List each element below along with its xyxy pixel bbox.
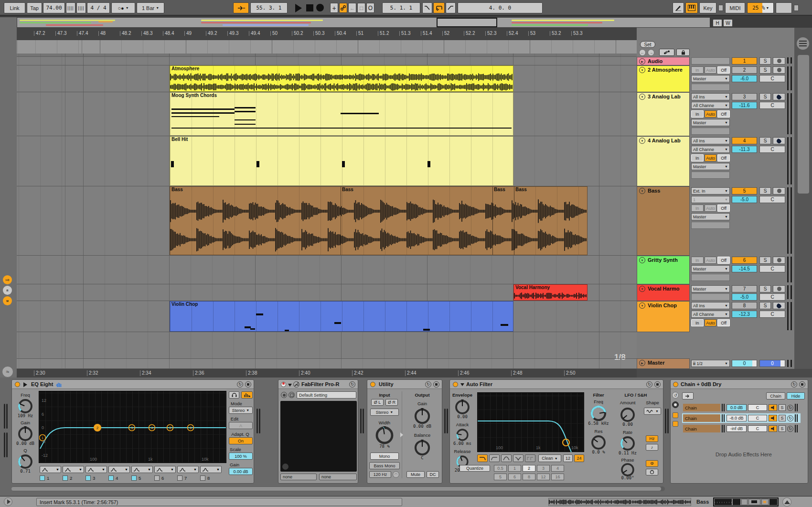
save-preset-icon[interactable] <box>799 381 805 388</box>
track-lane-analog3[interactable]: Moog Synth Chords <box>17 92 637 136</box>
quantize-value-button[interactable]: 6 <box>508 474 521 480</box>
device-scrollbar-thumb[interactable] <box>11 487 661 491</box>
fold-icon[interactable]: ▼ <box>639 138 645 144</box>
chain-solo-button[interactable]: S <box>779 404 786 411</box>
chain-solo-button[interactable]: S <box>779 425 786 432</box>
arm-button[interactable] <box>773 187 785 194</box>
eq-curve-display[interactable]: 123456 126 0-6 -12 1001k 10k <box>39 391 226 463</box>
input-routing[interactable]: All Ins▼ <box>691 302 730 309</box>
time-ruler[interactable]: 2:302:322:342:362:382:402:422:442:462:48… <box>17 369 637 378</box>
device-activator[interactable] <box>15 382 20 387</box>
capture-midi-button[interactable]: + <box>330 3 338 13</box>
track-lane-bass[interactable]: Bass Bass Bass Bass <box>17 186 637 256</box>
draw-pencil-button[interactable] <box>673 2 684 13</box>
automation-arm-button[interactable]: O <box>366 3 374 13</box>
master-track-lane[interactable] <box>17 358 637 369</box>
track-number[interactable]: 2 <box>732 66 757 74</box>
chain-solo-button[interactable]: S <box>779 415 786 421</box>
output-routing[interactable]: Master▼ <box>691 75 730 82</box>
lfo-phase-mode-button[interactable]: Φ <box>646 460 658 467</box>
clip-vocal-harmony[interactable]: Vocal Harmony <box>513 284 588 301</box>
device-header[interactable]: FabFilter Pro-R ↻ <box>278 380 358 389</box>
phase-right-button[interactable]: Ø R <box>385 399 398 406</box>
track-number[interactable]: 4 <box>732 137 757 144</box>
tempo-field[interactable]: 74.00 <box>43 2 65 13</box>
show-io-button[interactable]: I-O <box>3 275 12 284</box>
input-routing[interactable]: All Ins▼ <box>691 93 730 100</box>
rack-macro-icon[interactable]: ↺ <box>672 392 679 399</box>
quantize-value-button[interactable]: 5 <box>494 474 507 480</box>
monitor-switch[interactable]: InAutoOff <box>691 66 730 74</box>
device-header[interactable]: Auto Filter ↻ <box>450 380 663 389</box>
track-header-analog3[interactable]: ▼3 Analog Lab <box>637 92 690 136</box>
input-channel[interactable]: 1▼ <box>691 196 730 203</box>
lock-envelopes-button[interactable] <box>676 49 690 56</box>
volume-field[interactable]: -11.6 <box>732 102 757 109</box>
monitor-switch[interactable]: InAutoOff <box>691 205 730 212</box>
chain-hot-swap-icon[interactable]: ↻ <box>787 405 793 411</box>
nudge-down-icon[interactable]: |||| <box>66 2 75 13</box>
band-enable-checkbox[interactable] <box>177 475 182 481</box>
eq-band[interactable]: ▼ 6 <box>154 466 176 482</box>
fold-icon[interactable]: ▼ <box>639 67 645 73</box>
volume-field[interactable]: -6.0 <box>732 75 757 82</box>
quantize-menu[interactable]: 1 Bar▼ <box>137 2 164 13</box>
adapt-q-toggle[interactable]: On <box>229 437 253 444</box>
pan-field[interactable]: C <box>759 265 785 272</box>
plugin-preset-field[interactable]: Default Setting <box>297 391 356 399</box>
key-map-button[interactable]: Key <box>699 2 716 13</box>
input-channel[interactable]: All Channe▼ <box>691 146 730 153</box>
chain-row[interactable]: Chain 0.0 dB C S ↻ <box>682 403 801 412</box>
link-button[interactable]: Link <box>4 2 25 13</box>
volume-field[interactable]: -5.0 <box>732 293 757 301</box>
midi-overdub-button[interactable] <box>339 3 347 13</box>
chain-activator[interactable] <box>769 425 777 432</box>
bandpass-type-button[interactable] <box>501 454 512 462</box>
eq-band[interactable]: ▼ 2 <box>63 466 84 482</box>
volume-field[interactable]: -12.3 <box>732 311 757 318</box>
arm-button[interactable] <box>773 57 785 65</box>
track-number[interactable]: 6 <box>732 257 757 264</box>
quantize-button[interactable]: Quantize <box>459 465 490 472</box>
circuit-select[interactable]: Clean▼ <box>538 454 561 462</box>
punch-out-button[interactable] <box>446 2 456 13</box>
slope-12-button[interactable]: 12 <box>563 454 573 462</box>
eq-band[interactable]: ▼ 7 <box>177 466 199 482</box>
fold-icon[interactable]: ▼ <box>639 286 645 292</box>
arm-button[interactable] <box>773 257 785 264</box>
arm-button[interactable] <box>773 66 785 74</box>
track-lane-violin-chop[interactable]: Violin Chop <box>17 301 637 332</box>
lfo-hz-button[interactable]: Hz <box>646 435 658 442</box>
chain-row[interactable]: Chain -8.0 dB C S ↻ <box>682 413 801 423</box>
chain-pan-field[interactable]: C <box>748 425 767 432</box>
track-header-analog4[interactable]: ▼4 Analog Lab <box>637 136 690 186</box>
time-ruler-toggle[interactable]: ≈ <box>2 366 13 378</box>
device-activator[interactable] <box>370 382 375 387</box>
cpu-meter[interactable]: 25 %▼ <box>747 2 774 13</box>
chain-hot-swap-icon[interactable]: ↻ <box>787 415 793 421</box>
eq-band[interactable]: ▼ 5 <box>131 466 153 482</box>
drop-area[interactable]: Drop Audio Effects Here <box>682 434 805 475</box>
master-volume-field[interactable]: 0 <box>759 360 785 367</box>
band-filter-type-select[interactable]: ▼ <box>177 466 199 473</box>
fold-icon[interactable] <box>460 383 464 386</box>
channel-mode-select[interactable]: Stereo▼ <box>370 409 399 416</box>
back-to-arrangement-button[interactable]: ← <box>348 3 356 13</box>
band-filter-type-select[interactable]: ▼ <box>131 466 153 473</box>
overview-zoom-width-button[interactable]: W <box>723 19 733 27</box>
chain-volume-field[interactable]: -8.0 dB <box>727 415 747 421</box>
fold-icon[interactable]: ▶ <box>639 360 645 366</box>
band-filter-type-select[interactable]: ▼ <box>63 466 84 473</box>
clip-view-selector[interactable] <box>4 432 9 457</box>
overview-zoom-height-button[interactable]: H <box>713 19 722 27</box>
fold-icon[interactable]: ▼ <box>639 302 645 309</box>
band-enable-checkbox[interactable] <box>40 475 45 481</box>
cue-volume-field[interactable]: 0 <box>732 360 757 367</box>
chain-name[interactable]: Chain <box>683 414 720 422</box>
fold-icon[interactable]: ▼ <box>639 94 645 100</box>
phase-left-button[interactable]: Ø L <box>371 399 384 406</box>
band-filter-type-select[interactable]: ▼ <box>40 466 61 473</box>
clip-bass[interactable]: Bass Bass Bass Bass <box>170 186 588 255</box>
overview-view-rectangle[interactable] <box>437 18 497 27</box>
plugin-param-slot-2[interactable]: none <box>319 474 357 480</box>
